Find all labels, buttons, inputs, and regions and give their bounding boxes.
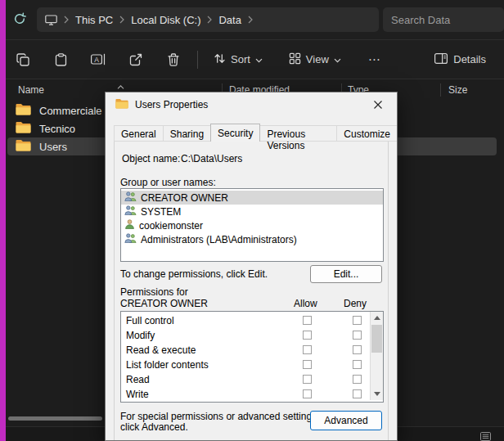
principal-name: SYSTEM <box>141 206 181 218</box>
toolbar-divider <box>197 51 198 69</box>
folder-icon <box>16 103 31 118</box>
permission-row-read-execute[interactable]: Read & execute <box>121 343 383 358</box>
delete-button[interactable] <box>160 46 187 74</box>
allow-checkbox[interactable] <box>303 331 312 340</box>
sort-dropdown[interactable]: Sort <box>206 47 270 73</box>
permission-name: Read & execute <box>126 344 196 356</box>
permission-row-modify[interactable]: Modify <box>121 328 383 343</box>
folder-icon <box>16 121 31 136</box>
user-icon <box>124 219 135 232</box>
vertical-scrollbar[interactable] <box>370 312 383 400</box>
file-name: Tecnico <box>39 123 75 135</box>
column-header-size[interactable]: Size <box>448 84 467 96</box>
deny-checkbox[interactable] <box>353 316 362 325</box>
edit-button[interactable]: Edit... <box>310 265 382 283</box>
details-pane-button[interactable]: Details <box>426 47 494 72</box>
details-label: Details <box>453 53 486 65</box>
breadcrumb[interactable]: This PC Local Disk (C:) Data <box>37 7 379 32</box>
edit-hint-text: To change permissions, click Edit. <box>120 268 268 280</box>
group-icon <box>124 233 137 245</box>
deny-checkbox[interactable] <box>353 360 362 369</box>
permission-name: Write <box>126 389 149 400</box>
permission-name: Read <box>126 374 150 385</box>
allow-checkbox[interactable] <box>303 360 312 369</box>
permission-name: Modify <box>126 330 155 341</box>
share-button[interactable] <box>122 46 150 74</box>
search-input[interactable] <box>391 14 504 26</box>
scrollbar-thumb[interactable] <box>371 325 382 353</box>
allow-column-header: Allow <box>294 298 317 309</box>
deny-checkbox[interactable] <box>353 389 362 398</box>
file-explorer-window: This PC Local Disk (C:) Data A <box>0 0 504 441</box>
search-box[interactable] <box>383 7 504 32</box>
tab-general[interactable]: General <box>114 125 164 142</box>
chevron-down-icon <box>334 53 341 65</box>
advanced-hint-text: For special permissions or advanced sett… <box>120 412 319 433</box>
rename-button[interactable]: A <box>84 46 112 74</box>
list-item-system[interactable]: SYSTEM <box>121 205 383 218</box>
scrollbar-down-button[interactable] <box>371 388 383 400</box>
accent-strip <box>0 0 6 441</box>
permission-row-full-control[interactable]: Full control <box>121 313 383 328</box>
tab-customize[interactable]: Customize <box>336 125 398 142</box>
object-name-value: C:\Data\Users <box>181 153 242 164</box>
chevron-right-icon[interactable] <box>64 16 69 24</box>
permission-row-read[interactable]: Read <box>121 372 383 387</box>
deny-checkbox[interactable] <box>353 375 362 384</box>
sort-ascending-icon <box>117 80 124 92</box>
permission-row-list-folder-contents[interactable]: List folder contents <box>121 358 383 372</box>
tab-previous-versions[interactable]: Previous Versions <box>259 125 337 142</box>
column-header-name[interactable]: Name <box>18 84 44 96</box>
list-item-administrators[interactable]: Administrators (LAB\Administrators) <box>121 232 383 246</box>
group-icon <box>124 191 137 204</box>
users-properties-dialog: Users Properties General Sharing Securit… <box>105 92 398 441</box>
chevron-right-icon[interactable] <box>119 16 124 24</box>
refresh-icon[interactable] <box>13 12 26 29</box>
close-icon[interactable] <box>369 96 387 114</box>
chevron-down-icon <box>255 53 263 65</box>
deny-checkbox[interactable] <box>353 345 362 354</box>
permission-row-write[interactable]: Write <box>121 387 383 402</box>
allow-checkbox[interactable] <box>303 345 312 354</box>
details-view-icon[interactable] <box>480 430 491 441</box>
list-item-cookiemonster[interactable]: cookiemonster <box>121 218 383 232</box>
allow-checkbox[interactable] <box>303 375 312 384</box>
tab-security[interactable]: Security <box>210 124 260 142</box>
this-pc-icon <box>45 15 57 25</box>
allow-checkbox[interactable] <box>303 389 312 398</box>
triangle-up-icon <box>374 316 380 320</box>
permission-name: Full control <box>126 315 174 326</box>
column-divider[interactable] <box>440 83 441 97</box>
svg-text:A: A <box>94 56 99 64</box>
paste-button[interactable] <box>47 46 74 74</box>
breadcrumb-local-disk-c[interactable]: Local Disk (C:) <box>131 14 200 26</box>
sort-icon <box>214 52 226 67</box>
view-grid-icon <box>289 52 301 67</box>
horizontal-scrollbar-thumb[interactable] <box>8 416 102 421</box>
view-dropdown[interactable]: View <box>281 47 349 73</box>
deny-column-header: Deny <box>344 298 367 309</box>
details-pane-icon <box>434 53 448 66</box>
dialog-title: Users Properties <box>135 99 208 110</box>
chevron-right-icon[interactable] <box>248 16 253 24</box>
dialog-titlebar[interactable]: Users Properties <box>106 92 397 117</box>
breadcrumb-this-pc[interactable]: This PC <box>75 14 113 26</box>
object-name-label: Object name: <box>122 153 180 164</box>
copy-button[interactable] <box>9 46 37 74</box>
permission-name: List folder contents <box>126 359 209 371</box>
permissions-for-label: Permissions for CREATOR OWNER <box>120 286 236 309</box>
advanced-hint-line2: click Advanced. <box>120 422 319 433</box>
principal-name: cookiemonster <box>139 220 203 232</box>
dialog-tabs: General Sharing Security Previous Versio… <box>114 124 397 142</box>
scrollbar-up-button[interactable] <box>371 312 383 324</box>
tab-sharing[interactable]: Sharing <box>163 125 211 142</box>
deny-checkbox[interactable] <box>353 331 362 340</box>
more-options-button[interactable]: ⋯ <box>360 47 389 73</box>
allow-checkbox[interactable] <box>303 316 312 325</box>
file-name: Commerciale <box>39 105 102 117</box>
sort-label: Sort <box>231 53 250 65</box>
chevron-right-icon[interactable] <box>207 16 212 24</box>
list-item-creator-owner[interactable]: CREATOR OWNER <box>121 191 383 205</box>
breadcrumb-data[interactable]: Data <box>218 14 241 26</box>
advanced-button[interactable]: Advanced <box>310 411 382 430</box>
